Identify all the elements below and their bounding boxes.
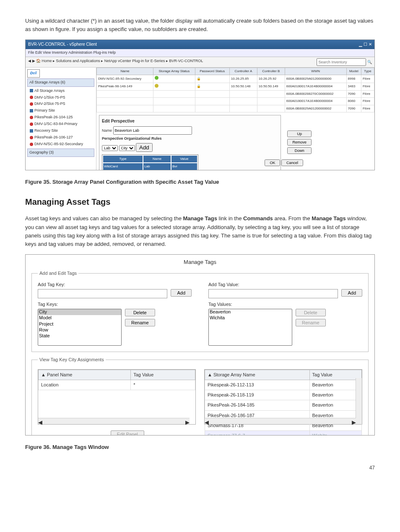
down-button[interactable]: Down (287, 147, 312, 154)
tree-header-all[interactable]: All Storage Arrays (6) (27, 78, 94, 87)
fieldset-legend: Add and Edit Tags (38, 270, 78, 277)
figure36-screenshot: Manage Tags Add and Edit Tags Add Tag Ke… (25, 254, 375, 436)
array-assignments-table: ▲ Storage Array Name Tag Value Pikespeak… (205, 370, 362, 436)
tree-item[interactable]: DMV-2/Slot-75-PS (27, 101, 94, 107)
ok-button[interactable]: OK (265, 159, 280, 166)
col-type[interactable]: Type (361, 68, 374, 75)
window-controls-icon[interactable]: ▁ ☐ ✕ (359, 41, 372, 48)
panel-assignments-table: ▲ Panel Name Tag Value Location * (38, 370, 195, 390)
view-assignments-fieldset: View Tag Key City Assignments ▲ Panel Na… (31, 356, 369, 436)
vertical-scrollbar[interactable] (356, 378, 362, 424)
tree-header-geo[interactable]: Geography (3) (27, 149, 94, 157)
array-table-wrap: ▲ Storage Array Name Tag Value Pikespeak… (204, 369, 362, 425)
add-edit-tags-fieldset: Add and Edit Tags Add Tag Key: Add Tag K… (31, 270, 369, 352)
rule-add-button[interactable]: Add (136, 143, 153, 152)
tree-item[interactable]: DMV-1/Slot-75-PS (27, 94, 94, 101)
horizontal-scrollbar[interactable]: ◀▶ (38, 418, 190, 424)
edit-perspective-panel: Edit Perspective Name Perspective Organi… (99, 115, 281, 170)
col-name[interactable]: Name (97, 68, 153, 75)
lock-icon: 🔒 (195, 83, 229, 90)
breadcrumb: ◀ ▶ 🏠 Home ▸ Solutions and Applications … (26, 57, 374, 68)
tag-values-list[interactable]: Beaverton Wichita (208, 309, 292, 346)
horizontal-scrollbar[interactable]: ◀▶ (205, 418, 356, 424)
tree-item[interactable]: PikesPeak-26-106-127 (27, 134, 94, 141)
search-input[interactable] (317, 58, 366, 66)
panel-title: Edit Perspective (102, 118, 278, 125)
col-password[interactable]: Password Status (195, 68, 229, 75)
rename-key-button[interactable]: Rename (125, 319, 155, 326)
table-row[interactable]: 600A-0B80029A012000000027090Fibre (97, 105, 374, 112)
fieldset-legend: View Tag Key City Assignments (38, 356, 106, 363)
window-title: BVR-VC-CONTROL - vSphere Client (28, 41, 97, 48)
rules-title: Perspective Organizational Rules (102, 136, 278, 142)
col-tag-value[interactable]: Tag Value (309, 370, 361, 380)
tree-item[interactable]: PikesPeak-26-104-125 (27, 114, 94, 121)
figure36-caption: Figure 36. Manage Tags Window (25, 443, 375, 451)
col-model[interactable]: Model (346, 68, 361, 75)
managing-asset-tags-heading: Managing Asset Tags (25, 196, 375, 209)
lock-icon: 🔒 (195, 75, 229, 83)
crumb-solutions[interactable]: Solutions and Applications (56, 59, 100, 63)
col-array-name[interactable]: ▲ Storage Array Name (205, 370, 310, 380)
col-ctrl-b[interactable]: Controller B (257, 68, 285, 75)
crumb-host[interactable]: BVR-VC-CONTROL (169, 59, 203, 63)
status-ok-icon (155, 76, 158, 80)
storage-array-grid: Name Storage Array Status Password Statu… (96, 68, 374, 112)
rule-mid-select[interactable]: City (119, 145, 135, 151)
rules-mini-table: TypeNameValue WildCardLabBvr (102, 154, 198, 171)
page-number: 47 (25, 464, 375, 472)
add-tag-key-input[interactable] (38, 289, 167, 298)
figure35-screenshot: BVR-VC-CONTROL - vSphere Client ▁ ☐ ✕ Fi… (25, 39, 375, 170)
delete-value-button[interactable]: Delete (296, 309, 326, 316)
table-row[interactable]: Pikespeak-26-118-119Beaverton (205, 390, 362, 400)
table-row[interactable]: DMV-N/SC-85-92-Secondary🔒10.26.25.8510.2… (97, 75, 374, 83)
col-wwn[interactable]: WWN (285, 68, 346, 75)
tree-item[interactable]: DMV-N/SC-85-92-Secondary (27, 141, 94, 148)
window-titlebar: BVR-VC-CONTROL - vSphere Client ▁ ☐ ✕ (26, 40, 374, 49)
managing-paragraph: Asset tag keys and values can also be ma… (25, 214, 375, 248)
tag-keys-label: Tag Keys: (38, 301, 192, 308)
panel-table-wrap: ▲ Panel Name Tag Value Location * ◀▶ (38, 369, 196, 425)
tree-group-recovery[interactable]: Recovery Site (27, 128, 94, 134)
table-row[interactable]: Pikespeak-26-112-113Beaverton (205, 380, 362, 390)
cancel-button[interactable]: Cancel (281, 159, 303, 166)
nav-tree: Dell All Storage Arrays (6) All Storage … (26, 68, 96, 171)
status-warn-icon (155, 84, 158, 88)
tag-values-label: Tag Values: (208, 301, 362, 308)
add-tag-key-label: Add Tag Key: (38, 281, 192, 288)
table-row[interactable]: Location * (39, 380, 195, 390)
dialog-title: Manage Tags (26, 255, 374, 268)
table-row[interactable]: Snowmass-77-6-7Wichita (205, 430, 362, 436)
tree-item[interactable]: DMV-1/SC-83-84-Primary (27, 121, 94, 128)
table-row[interactable]: 600A-0B800288270C000000027090Fibre (97, 90, 374, 97)
name-label: Name (102, 128, 112, 133)
rule-left-select[interactable]: Lab (102, 145, 118, 151)
table-row[interactable]: PikesPeak-98-148-149🔒10.50.50.14810.50.5… (97, 83, 374, 90)
add-tag-value-label: Add Tag Value: (208, 281, 362, 288)
tree-group-all[interactable]: All Storage Arrays (27, 88, 94, 94)
table-row[interactable]: 600A0180017A1E4B000000048060Fibre (97, 98, 374, 105)
table-row[interactable]: PikesPeak-26-184-185Beaverton (205, 400, 362, 410)
add-key-button[interactable]: Add (171, 289, 192, 297)
col-panel-name[interactable]: ▲ Panel Name (39, 370, 131, 380)
col-ctrl-a[interactable]: Controller A (229, 68, 257, 75)
col-tag-value[interactable]: Tag Value (131, 370, 195, 380)
edit-panel-button[interactable]: Edit Panel (111, 430, 144, 436)
up-button[interactable]: Up (287, 130, 312, 137)
search-icon[interactable]: 🔍 (367, 60, 372, 64)
rename-value-button[interactable]: Rename (296, 319, 326, 326)
main-panel: Name Storage Array Status Password Statu… (96, 68, 374, 171)
add-tag-value-input[interactable] (208, 289, 338, 298)
table-row[interactable]: WildCardLabBvr (103, 163, 197, 170)
rule-button-column: Up Remove Down (287, 130, 312, 154)
perspective-name-input[interactable] (113, 126, 192, 135)
menu-bar[interactable]: File Edit View Inventory Administration … (26, 49, 374, 57)
add-value-button[interactable]: Add (341, 289, 362, 297)
col-status[interactable]: Storage Array Status (153, 68, 195, 75)
crumb-plugin[interactable]: NetApp vCenter Plug-in for E-Series (104, 59, 165, 63)
remove-button[interactable]: Remove (287, 139, 312, 146)
crumb-home[interactable]: Home (42, 59, 52, 63)
tag-keys-list[interactable]: City Model Project Row State (38, 309, 122, 346)
tree-group-primary[interactable]: Primary Site (27, 107, 94, 114)
delete-key-button[interactable]: Delete (125, 309, 155, 316)
